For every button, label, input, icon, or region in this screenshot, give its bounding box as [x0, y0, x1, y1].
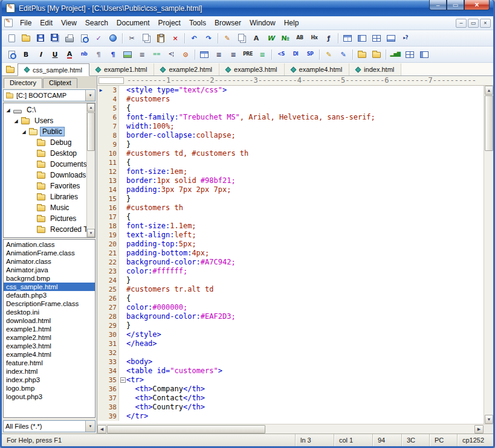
file-item[interactable]: example1.html — [4, 325, 95, 333]
letter-case-button[interactable]: AB — [293, 31, 307, 45]
chevron-down-icon[interactable]: ▼ — [85, 90, 95, 101]
code-line[interactable]: 16#customers th — [97, 203, 484, 213]
code-line[interactable]: 19text-align:left; — [97, 231, 484, 240]
tree-item[interactable]: Documents — [4, 159, 86, 170]
code-line[interactable]: 12font-size:1em; — [97, 167, 484, 176]
scroll-left-icon[interactable]: ◀ — [97, 425, 106, 434]
code-line[interactable]: 39</tr> — [97, 412, 484, 421]
file-item[interactable]: css_sample.html — [4, 283, 95, 291]
file-item[interactable]: logo.bmp — [4, 384, 95, 392]
tree-item[interactable]: ◢Users — [4, 115, 86, 126]
code-line[interactable]: 6font-family:"Trebuchet MS", Arial, Helv… — [97, 113, 484, 122]
menu-item-project[interactable]: Project — [154, 18, 185, 28]
menu-item-help[interactable]: Help — [280, 18, 303, 28]
code-line[interactable]: 24} — [97, 276, 484, 285]
toggle-cliptext-button[interactable] — [369, 31, 384, 45]
tree-expand-icon[interactable]: ◢ — [5, 107, 11, 113]
code-line[interactable]: 20padding-top:5px; — [97, 240, 484, 249]
image-button[interactable] — [120, 48, 135, 62]
span-tag-button[interactable]: SP — [303, 48, 317, 62]
menu-item-file[interactable]: File — [16, 18, 36, 28]
toggle-toolbar-button[interactable] — [340, 31, 355, 45]
tree-item[interactable]: Debug — [4, 137, 86, 148]
code-line[interactable]: 34<table id="customers"> — [97, 366, 484, 376]
pilcrow-button[interactable]: ¶ — [106, 48, 120, 62]
cut-button[interactable]: ✂ — [125, 31, 139, 45]
list-button[interactable]: ≡ — [255, 48, 270, 62]
bold-button[interactable]: B — [19, 48, 33, 62]
div-tag-button[interactable]: DI — [288, 48, 303, 62]
line-numbers-button[interactable]: № — [278, 31, 293, 45]
grid-view-button[interactable] — [403, 48, 417, 62]
menu-item-browser[interactable]: Browser — [210, 18, 245, 28]
underline-button[interactable]: U — [48, 48, 62, 62]
file-item[interactable]: feature.html — [4, 359, 95, 367]
menu-item-search[interactable]: Search — [81, 18, 112, 28]
file-item[interactable]: Animator.class — [4, 257, 95, 266]
code-line[interactable]: ▶3<style type="text/css"> — [97, 86, 484, 95]
file-item[interactable]: example4.html — [4, 350, 95, 359]
tab-example4.html[interactable]: example4.html — [285, 63, 350, 75]
code-line[interactable]: 17{ — [97, 213, 484, 222]
code-line[interactable]: 14padding:3px 7px 2px 7px; — [97, 185, 484, 194]
align-left-button[interactable]: ≡ — [212, 48, 226, 62]
highlight-button[interactable]: ✎ — [220, 31, 235, 45]
context-help-button[interactable]: ▸? — [398, 31, 413, 45]
tab-example2.html[interactable]: example2.html — [154, 63, 219, 75]
code-line[interactable]: 18font-size:1.1em; — [97, 222, 484, 231]
table-button[interactable] — [197, 48, 212, 62]
tab-example1.html[interactable]: example1.html — [89, 63, 155, 75]
tree-item[interactable]: Recorded TV — [4, 224, 86, 235]
tree-expand-icon[interactable]: ◢ — [13, 118, 19, 124]
nbsp-button[interactable]: nb — [77, 48, 91, 62]
code-line[interactable]: 37 <th>Contact</th> — [97, 394, 484, 403]
menu-item-tools[interactable]: Tools — [185, 18, 210, 28]
align-right-button[interactable]: ≡ — [226, 48, 241, 62]
mdi-minimize-button[interactable]: – — [456, 19, 467, 28]
editor-vertical-scrollbar[interactable]: ▲ ▼ — [484, 86, 493, 424]
compose-button[interactable]: ✎ — [336, 48, 351, 62]
tree-scrollbar[interactable]: ▲ ▼ — [86, 103, 95, 237]
paragraph-button[interactable]: ¶ — [91, 48, 106, 62]
code-line[interactable]: 9} — [97, 140, 484, 149]
sidebar-tab-cliptext[interactable]: Cliptext — [43, 78, 77, 88]
tree-scrollbar-thumb[interactable] — [87, 112, 95, 151]
code-line[interactable]: 4#customers — [97, 95, 484, 104]
toggle-sidebar-button[interactable] — [355, 31, 369, 45]
scroll-up-icon[interactable]: ▲ — [87, 103, 95, 112]
code-line[interactable]: 35−<tr> — [97, 376, 484, 385]
word-wrap-button[interactable]: W — [264, 31, 278, 45]
tree-item[interactable]: Downloads — [4, 170, 86, 181]
code-area[interactable]: ▶3<style type="text/css">4#customers5{6f… — [97, 86, 493, 424]
function-list-button[interactable]: ƒ — [322, 31, 336, 45]
code-line[interactable]: 7width:100%; — [97, 122, 484, 131]
refresh-files-button[interactable] — [369, 48, 384, 62]
script-tag-button[interactable]: <S — [274, 48, 288, 62]
open-file-button[interactable] — [19, 31, 33, 45]
code-line[interactable]: 25#customers tr.alt td — [97, 285, 484, 294]
code-lines[interactable]: ▶3<style type="text/css">4#customers5{6f… — [97, 86, 484, 424]
horizontal-scrollbar-thumb[interactable] — [107, 425, 265, 434]
file-item[interactable]: Animation.class — [4, 240, 95, 249]
tree-item[interactable]: ◢C:\ — [4, 104, 86, 115]
code-line[interactable]: 33<body> — [97, 357, 484, 366]
sidebar-tab-directory[interactable]: Directory — [4, 78, 42, 88]
code-line[interactable]: 32 — [97, 348, 484, 357]
fold-toggle-icon[interactable]: − — [120, 377, 126, 383]
file-item[interactable]: index.html — [4, 367, 95, 376]
new-window-button[interactable] — [417, 48, 432, 62]
code-line[interactable]: 21padding-bottom:4px; — [97, 249, 484, 258]
maximize-button[interactable]: ▭ — [447, 0, 464, 10]
redo-button[interactable]: ↷ — [201, 31, 216, 45]
close-button[interactable]: × — [464, 0, 490, 10]
code-line[interactable]: 10#customers td, #customers th — [97, 149, 484, 158]
copy-append-button[interactable] — [235, 31, 249, 45]
file-item[interactable]: defauth.php3 — [4, 291, 95, 299]
open-project-folder-button[interactable] — [355, 48, 369, 62]
delete-button[interactable]: × — [168, 31, 183, 45]
quick-edit-button[interactable]: ✎ — [322, 48, 336, 62]
hex-viewer-button[interactable]: Hx — [307, 31, 322, 45]
code-line[interactable]: 26{ — [97, 294, 484, 303]
code-line[interactable]: 31</head> — [97, 339, 484, 348]
browser-preview-button[interactable] — [4, 48, 19, 62]
